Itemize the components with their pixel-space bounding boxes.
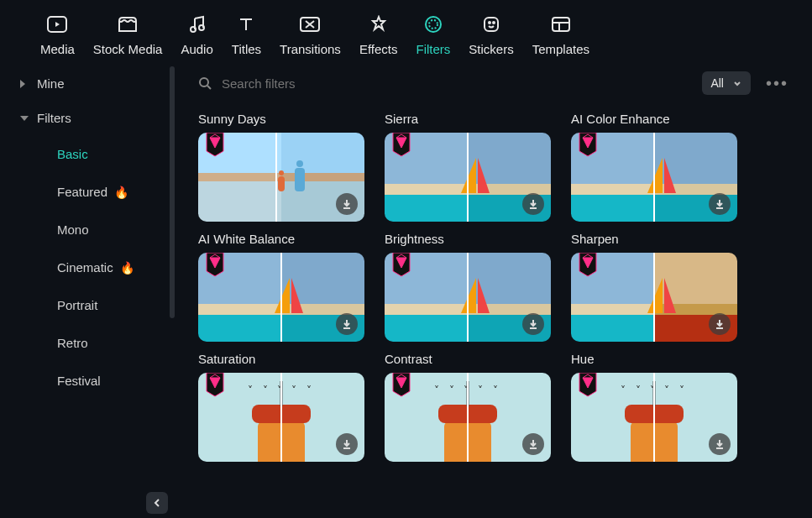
filter-cell: AI White Balance xyxy=(198,227,364,342)
filter-grid: Sunny DaysSierraAI Color EnhanceAI White… xyxy=(198,107,795,462)
stock-icon xyxy=(116,15,139,34)
filter-thumbnail[interactable]: ˅ ˅ ˅ ˅ ˅ xyxy=(385,373,551,462)
media-icon xyxy=(45,15,69,34)
filter-thumbnail[interactable] xyxy=(198,253,364,342)
side-item-label: Cinematic xyxy=(57,260,113,275)
download-button[interactable] xyxy=(709,313,731,335)
side-item-label: Featured xyxy=(57,185,107,199)
download-button[interactable] xyxy=(336,193,358,215)
side-section-label: Mine xyxy=(37,76,65,91)
nav-stickers[interactable]: Stickers xyxy=(469,15,513,56)
svg-line-14 xyxy=(207,86,211,89)
svg-point-9 xyxy=(493,22,495,24)
titles-icon xyxy=(234,15,258,34)
more-menu-button[interactable]: ••• xyxy=(759,74,795,93)
sidebar: Mine Filters Basic Featured 🔥 Mono Cinem… xyxy=(12,66,173,517)
filter-thumbnail[interactable] xyxy=(385,133,551,222)
audio-icon xyxy=(186,15,209,34)
side-item-label: Basic xyxy=(57,147,88,161)
filter-thumbnail[interactable]: ˅ ˅ ˅ ˅ ˅ xyxy=(198,373,364,462)
svg-rect-10 xyxy=(553,18,569,31)
side-item-mono[interactable]: Mono xyxy=(12,211,173,249)
filter-thumbnail[interactable]: ˅ ˅ ˅ ˅ ˅ xyxy=(571,373,737,462)
templates-icon xyxy=(549,15,573,34)
more-icon: ••• xyxy=(766,74,788,92)
premium-gem-icon xyxy=(578,133,598,160)
nav-label: Titles xyxy=(232,42,261,56)
premium-gem-icon xyxy=(205,133,225,160)
premium-gem-icon xyxy=(391,373,411,400)
side-item-retro[interactable]: Retro xyxy=(12,324,173,362)
filter-cell: Contrast˅ ˅ ˅ ˅ ˅ xyxy=(385,347,551,462)
side-item-cinematic[interactable]: Cinematic 🔥 xyxy=(12,249,173,286)
svg-point-6 xyxy=(429,20,437,29)
chevron-right-icon xyxy=(20,80,25,88)
svg-marker-1 xyxy=(55,22,60,27)
content-toolbar: All ••• xyxy=(198,66,795,107)
nav-label: Stock Media xyxy=(93,42,163,56)
nav-templates[interactable]: Templates xyxy=(532,15,589,56)
filter-cell: Brightness xyxy=(385,227,551,342)
premium-gem-icon xyxy=(205,373,225,400)
premium-gem-icon xyxy=(391,133,411,160)
filter-scope-dropdown[interactable]: All xyxy=(702,71,751,95)
filter-label: Brightness xyxy=(385,227,551,253)
fire-icon: 🔥 xyxy=(120,261,134,275)
svg-point-5 xyxy=(426,17,441,32)
svg-point-8 xyxy=(489,22,490,24)
side-item-label: Retro xyxy=(57,336,88,350)
nav-media[interactable]: Media xyxy=(40,15,75,56)
stickers-icon xyxy=(479,15,503,34)
side-item-portrait[interactable]: Portrait xyxy=(12,286,173,324)
filter-cell: Hue˅ ˅ ˅ ˅ ˅ xyxy=(571,347,737,462)
download-button[interactable] xyxy=(522,433,544,455)
filter-label: Sierra xyxy=(385,107,551,133)
chevron-down-icon xyxy=(20,116,29,121)
nav-transitions[interactable]: Transitions xyxy=(280,15,341,56)
premium-gem-icon xyxy=(205,253,225,280)
filter-thumbnail[interactable] xyxy=(198,133,364,222)
download-button[interactable] xyxy=(522,313,544,335)
download-button[interactable] xyxy=(709,433,731,455)
svg-rect-7 xyxy=(485,18,498,31)
svg-point-3 xyxy=(199,25,204,30)
side-section-mine[interactable]: Mine xyxy=(12,66,173,101)
side-item-basic[interactable]: Basic xyxy=(12,135,173,173)
premium-gem-icon xyxy=(578,373,598,400)
side-item-featured[interactable]: Featured 🔥 xyxy=(12,173,173,211)
side-item-label: Portrait xyxy=(57,298,97,312)
collapse-sidebar-button[interactable] xyxy=(146,492,168,514)
filter-thumbnail[interactable] xyxy=(571,253,737,342)
nav-effects[interactable]: Effects xyxy=(359,15,398,56)
filters-icon xyxy=(422,15,445,34)
filter-cell: Saturation˅ ˅ ˅ ˅ ˅ xyxy=(198,347,364,462)
side-section-label: Filters xyxy=(37,111,71,125)
side-item-label: Mono xyxy=(57,222,89,237)
nav-filters[interactable]: Filters xyxy=(416,15,450,56)
download-button[interactable] xyxy=(336,433,358,455)
nav-titles[interactable]: Titles xyxy=(232,15,261,56)
side-item-label: Festival xyxy=(57,374,101,388)
filter-thumbnail[interactable] xyxy=(571,133,737,222)
filter-label: Saturation xyxy=(198,347,364,373)
side-item-festival[interactable]: Festival xyxy=(12,362,173,400)
filter-label: Hue xyxy=(571,347,737,373)
filter-cell: AI Color Enhance xyxy=(571,107,737,222)
nav-stock-media[interactable]: Stock Media xyxy=(93,15,163,56)
download-button[interactable] xyxy=(709,193,731,215)
filter-label: AI White Balance xyxy=(198,227,364,253)
download-button[interactable] xyxy=(336,313,358,335)
chevron-left-icon xyxy=(152,498,162,508)
main-area: Mine Filters Basic Featured 🔥 Mono Cinem… xyxy=(0,66,812,517)
filter-thumbnail[interactable] xyxy=(385,253,551,342)
search xyxy=(198,76,423,91)
chevron-down-icon xyxy=(732,78,742,88)
dropdown-label: All xyxy=(710,76,724,90)
download-button[interactable] xyxy=(522,193,544,215)
side-section-filters[interactable]: Filters xyxy=(12,101,173,135)
nav-label: Filters xyxy=(416,42,450,56)
filter-label: Sunny Days xyxy=(198,107,364,133)
filter-cell: Sharpen xyxy=(571,227,737,342)
nav-audio[interactable]: Audio xyxy=(181,15,212,56)
search-input[interactable] xyxy=(222,76,423,91)
